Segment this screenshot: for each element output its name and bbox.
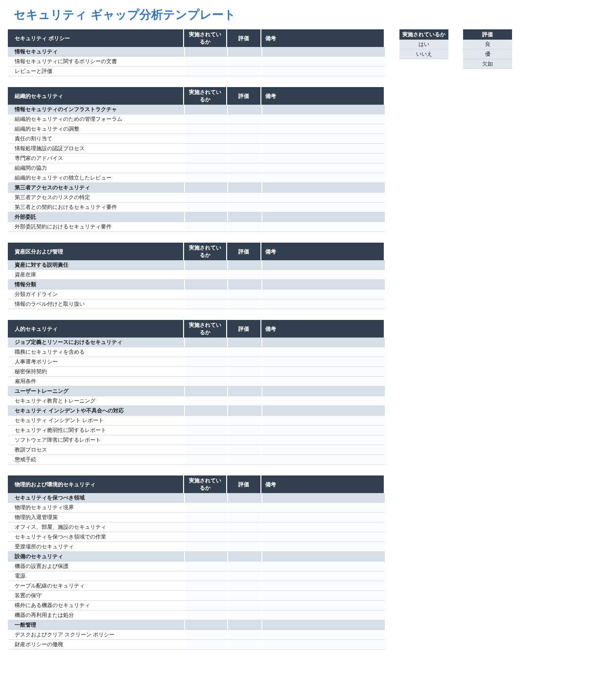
cell-implemented[interactable] <box>184 542 227 552</box>
cell-notes[interactable] <box>261 542 385 552</box>
cell-notes[interactable] <box>261 67 385 76</box>
cell-implemented[interactable] <box>184 67 227 76</box>
cell-rating[interactable] <box>227 542 261 552</box>
cell-rating[interactable] <box>227 173 261 183</box>
cell-notes[interactable] <box>261 562 385 571</box>
cell-implemented[interactable] <box>184 203 227 212</box>
cell-implemented[interactable] <box>184 299 227 309</box>
cell-notes[interactable] <box>261 610 385 620</box>
cell-rating[interactable] <box>227 134 261 144</box>
cell-implemented[interactable] <box>184 562 227 571</box>
cell-rating[interactable] <box>227 347 261 357</box>
cell-notes[interactable] <box>261 367 385 377</box>
cell-implemented[interactable] <box>184 367 227 377</box>
cell-implemented[interactable] <box>184 640 227 650</box>
cell-notes[interactable] <box>261 426 385 435</box>
cell-rating[interactable] <box>227 571 261 581</box>
cell-rating[interactable] <box>227 435 261 445</box>
cell-rating[interactable] <box>227 114 261 124</box>
cell-implemented[interactable] <box>184 445 227 455</box>
cell-implemented[interactable] <box>184 173 227 183</box>
cell-rating[interactable] <box>227 601 261 610</box>
cell-rating[interactable] <box>227 193 261 203</box>
cell-notes[interactable] <box>261 591 385 601</box>
cell-rating[interactable] <box>227 445 261 455</box>
cell-implemented[interactable] <box>184 377 227 386</box>
cell-implemented[interactable] <box>184 522 227 532</box>
cell-notes[interactable] <box>261 435 385 445</box>
cell-notes[interactable] <box>261 377 385 386</box>
cell-notes[interactable] <box>261 299 385 309</box>
cell-implemented[interactable] <box>184 630 227 640</box>
cell-notes[interactable] <box>261 601 385 610</box>
cell-rating[interactable] <box>227 67 261 76</box>
cell-rating[interactable] <box>227 377 261 386</box>
cell-notes[interactable] <box>261 640 385 650</box>
cell-implemented[interactable] <box>184 396 227 406</box>
cell-rating[interactable] <box>227 299 261 309</box>
cell-rating[interactable] <box>227 455 261 465</box>
cell-implemented[interactable] <box>184 503 227 513</box>
cell-notes[interactable] <box>261 522 385 532</box>
cell-implemented[interactable] <box>184 154 227 163</box>
cell-rating[interactable] <box>227 640 261 650</box>
cell-implemented[interactable] <box>184 57 227 67</box>
cell-notes[interactable] <box>261 193 385 203</box>
cell-rating[interactable] <box>227 396 261 406</box>
cell-implemented[interactable] <box>184 144 227 154</box>
cell-implemented[interactable] <box>184 416 227 426</box>
cell-implemented[interactable] <box>184 347 227 357</box>
cell-implemented[interactable] <box>184 357 227 367</box>
cell-notes[interactable] <box>261 571 385 581</box>
cell-notes[interactable] <box>261 114 385 124</box>
cell-notes[interactable] <box>261 630 385 640</box>
cell-rating[interactable] <box>227 630 261 640</box>
cell-implemented[interactable] <box>184 426 227 435</box>
cell-notes[interactable] <box>261 203 385 212</box>
cell-notes[interactable] <box>261 513 385 522</box>
cell-implemented[interactable] <box>184 455 227 465</box>
cell-implemented[interactable] <box>184 513 227 522</box>
cell-implemented[interactable] <box>184 435 227 445</box>
cell-implemented[interactable] <box>184 222 227 232</box>
cell-implemented[interactable] <box>184 571 227 581</box>
cell-rating[interactable] <box>227 203 261 212</box>
cell-implemented[interactable] <box>184 532 227 542</box>
cell-implemented[interactable] <box>184 601 227 610</box>
cell-rating[interactable] <box>227 357 261 367</box>
cell-rating[interactable] <box>227 57 261 67</box>
cell-notes[interactable] <box>261 532 385 542</box>
cell-implemented[interactable] <box>184 193 227 203</box>
cell-rating[interactable] <box>227 290 261 299</box>
cell-rating[interactable] <box>227 163 261 173</box>
cell-rating[interactable] <box>227 416 261 426</box>
cell-rating[interactable] <box>227 581 261 591</box>
cell-notes[interactable] <box>261 173 385 183</box>
cell-rating[interactable] <box>227 532 261 542</box>
cell-notes[interactable] <box>261 357 385 367</box>
cell-notes[interactable] <box>261 124 385 134</box>
cell-implemented[interactable] <box>184 610 227 620</box>
cell-notes[interactable] <box>261 581 385 591</box>
cell-rating[interactable] <box>227 154 261 163</box>
cell-implemented[interactable] <box>184 581 227 591</box>
cell-implemented[interactable] <box>184 591 227 601</box>
cell-notes[interactable] <box>261 503 385 513</box>
cell-rating[interactable] <box>227 367 261 377</box>
cell-notes[interactable] <box>261 163 385 173</box>
cell-notes[interactable] <box>261 290 385 299</box>
cell-notes[interactable] <box>261 396 385 406</box>
cell-notes[interactable] <box>261 57 385 67</box>
cell-rating[interactable] <box>227 144 261 154</box>
cell-notes[interactable] <box>261 455 385 465</box>
cell-rating[interactable] <box>227 610 261 620</box>
cell-rating[interactable] <box>227 222 261 232</box>
cell-rating[interactable] <box>227 591 261 601</box>
cell-notes[interactable] <box>261 222 385 232</box>
cell-notes[interactable] <box>261 154 385 163</box>
cell-rating[interactable] <box>227 426 261 435</box>
cell-implemented[interactable] <box>184 163 227 173</box>
cell-rating[interactable] <box>227 124 261 134</box>
cell-implemented[interactable] <box>184 124 227 134</box>
cell-notes[interactable] <box>261 134 385 144</box>
